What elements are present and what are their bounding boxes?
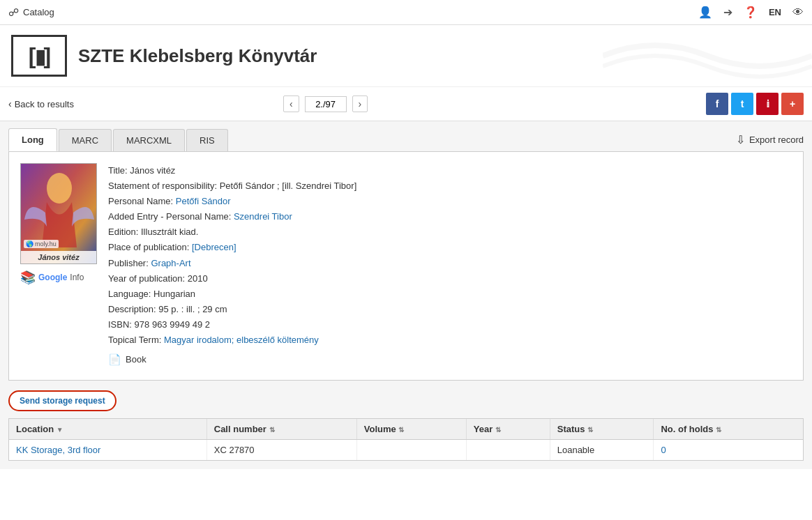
topbar: ☍ Catalog 👤 ➔ ❓ EN 👁	[0, 0, 812, 25]
publisher-link[interactable]: Graph-Art	[151, 258, 190, 268]
holdings-row-0: KK Storage, 3rd floor XC 27870 Loanable	[9, 439, 803, 460]
tab-marcxml[interactable]: MARCXML	[113, 129, 185, 151]
plus-button[interactable]: +	[781, 93, 804, 115]
export-record-link[interactable]: ⇩ Export record	[736, 133, 804, 146]
status-sort-icon: ⇅	[587, 426, 593, 434]
export-label: Export record	[749, 135, 804, 145]
nav-row: ‹ Back to results ‹ › f t 𝕚 +	[0, 87, 812, 121]
pagination-input[interactable]	[305, 96, 347, 112]
field-language: Language: Hungarian	[108, 286, 792, 302]
holds-sort-icon: ⇅	[716, 426, 721, 434]
catalog-label: Catalog	[23, 7, 54, 17]
logo: [▮]	[11, 35, 67, 77]
header: [▮] SZTE Klebelsberg Könyvtár	[0, 25, 812, 87]
language-label[interactable]: EN	[769, 7, 781, 17]
twitter-button[interactable]: t	[731, 93, 753, 115]
back-to-results-link[interactable]: ‹ Back to results	[8, 98, 74, 109]
book-cover-title: János vitéz	[21, 251, 96, 263]
tab-long[interactable]: Long	[8, 128, 57, 151]
field-place: Place of publication: [Debrecen]	[108, 240, 792, 255]
field-topical: Topical Term: Magyar irodalom; elbeszélő…	[108, 332, 792, 348]
tabs-row: Long MARC MARCXML RIS ⇩ Export record	[8, 121, 804, 151]
back-chevron-icon: ‹	[8, 98, 12, 109]
col-status[interactable]: Status ⇅	[550, 419, 654, 440]
svg-point-1	[47, 173, 72, 204]
exit-icon[interactable]: ➔	[723, 6, 732, 19]
location-sort-icon: ▼	[57, 426, 63, 434]
personal-name-link[interactable]: Petőfi Sándor	[176, 196, 231, 206]
field-description: Description: 95 p. : ill. ; 29 cm	[108, 302, 792, 317]
record-fields: Title: János vitéz Statement of responsi…	[108, 163, 792, 369]
holdings-table-wrap: Location ▼ Call number ⇅ Volume ⇅ Year ⇅	[8, 418, 804, 461]
send-storage-request-button[interactable]: Send storage request	[8, 390, 116, 411]
field-statement: Statement of responsibility: Petőfi Sánd…	[108, 178, 792, 194]
book-type-label: Book	[126, 352, 146, 367]
facebook-button[interactable]: f	[706, 93, 728, 115]
logo-text: [▮]	[29, 43, 50, 69]
pagination-area: ‹ ›	[283, 95, 368, 112]
field-personal-name: Personal Name: Petőfi Sándor	[108, 194, 792, 209]
accessibility-icon[interactable]: 👁	[792, 6, 804, 19]
cell-callnumber-0: XC 27870	[206, 439, 356, 460]
header-title: SZTE Klebelsberg Könyvtár	[78, 45, 317, 67]
field-title: Title: János vitéz	[108, 163, 792, 178]
topical-term-link[interactable]: Magyar irodalom; elbeszélő költemény	[164, 335, 319, 345]
cell-holds-0: 0	[654, 439, 803, 460]
cell-volume-0	[356, 439, 466, 460]
added-entry-link[interactable]: Szendrei Tibor	[234, 211, 292, 222]
google-book-icon: 📚	[20, 270, 36, 285]
tab-ris[interactable]: RIS	[186, 129, 228, 151]
tab-marc[interactable]: MARC	[59, 129, 112, 151]
moly-badge: 🌎 moly.hu	[24, 240, 59, 248]
social-buttons: f t 𝕚 +	[706, 93, 804, 115]
col-location[interactable]: Location ▼	[9, 419, 206, 440]
book-cover-image: János vitéz 🌎 moly.hu	[20, 163, 97, 264]
location-link-0[interactable]: KK Storage, 3rd floor	[16, 445, 100, 455]
record-panel: János vitéz 🌎 moly.hu 📚 Google Info Titl…	[8, 151, 804, 381]
header-decoration	[603, 25, 812, 86]
pinterest-button[interactable]: 𝕚	[756, 93, 779, 115]
year-sort-icon: ⇅	[495, 426, 501, 434]
storage-request-area: Send storage request	[8, 381, 804, 418]
place-link[interactable]: [Debrecen]	[192, 242, 236, 252]
col-holds[interactable]: No. of holds ⇅	[654, 419, 803, 440]
cell-status-0: Loanable	[550, 439, 654, 460]
record-body: János vitéz 🌎 moly.hu 📚 Google Info Titl…	[20, 163, 792, 369]
export-icon: ⇩	[736, 133, 745, 146]
field-edition: Edition: Illusztrált kiad.	[108, 224, 792, 240]
book-cover-area: János vitéz 🌎 moly.hu 📚 Google Info	[20, 163, 97, 369]
holdings-header-row: Location ▼ Call number ⇅ Volume ⇅ Year ⇅	[9, 419, 803, 440]
field-added-entry: Added Entry - Personal Name: Szendrei Ti…	[108, 209, 792, 224]
back-label: Back to results	[15, 99, 74, 109]
user-icon[interactable]: 👤	[698, 6, 712, 19]
field-year: Year of publication: 2010	[108, 271, 792, 286]
col-call-number[interactable]: Call number ⇅	[206, 419, 356, 440]
pagination-next-button[interactable]: ›	[352, 95, 368, 112]
catalog-book-icon: ☍	[8, 6, 19, 19]
field-publisher: Publisher: Graph-Art	[108, 256, 792, 271]
book-type-row: 📄 Book	[108, 351, 792, 369]
help-icon[interactable]: ❓	[744, 6, 758, 19]
google-info-button[interactable]: 📚 Google Info	[20, 270, 97, 285]
pagination-prev-button[interactable]: ‹	[283, 95, 299, 112]
main-content: Long MARC MARCXML RIS ⇩ Export record	[0, 121, 812, 469]
topbar-right: 👤 ➔ ❓ EN 👁	[698, 6, 804, 19]
col-year[interactable]: Year ⇅	[466, 419, 550, 440]
holdings-table: Location ▼ Call number ⇅ Volume ⇅ Year ⇅	[9, 419, 803, 460]
col-volume[interactable]: Volume ⇅	[356, 419, 466, 440]
callnumber-sort-icon: ⇅	[269, 426, 275, 434]
cell-location-0: KK Storage, 3rd floor	[9, 439, 206, 460]
volume-sort-icon: ⇅	[398, 426, 404, 434]
field-isbn: ISBN: 978 963 9949 49 2	[108, 317, 792, 332]
book-type-icon: 📄	[108, 351, 121, 369]
cell-year-0	[466, 439, 550, 460]
topbar-left: ☍ Catalog	[8, 6, 54, 19]
